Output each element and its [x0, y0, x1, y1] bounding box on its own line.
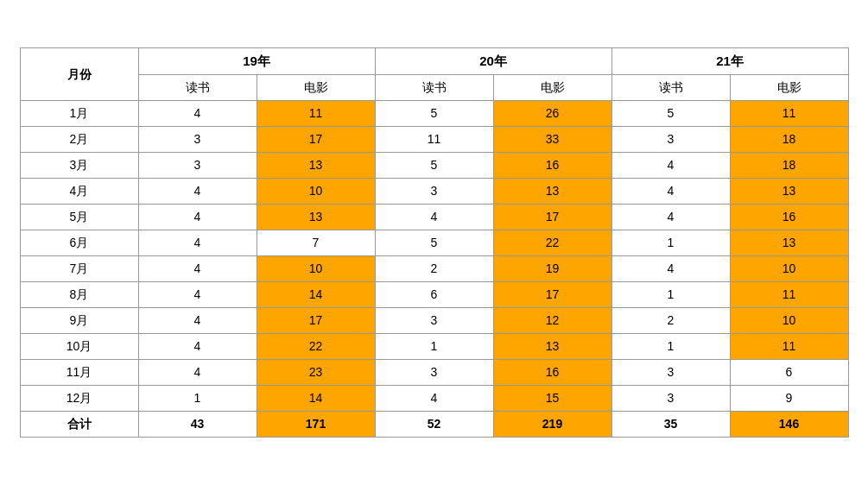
- y19-book-cell: 4: [138, 360, 257, 386]
- y19-book-cell: 4: [138, 101, 257, 127]
- y20-book-cell: 3: [375, 360, 493, 386]
- y20-book-cell: 11: [375, 127, 493, 153]
- y21-movie-header: 电影: [730, 75, 848, 101]
- y21-book-cell: 4: [611, 179, 730, 205]
- total-y19-book: 43: [138, 412, 257, 438]
- y19-movie-cell: 13: [257, 205, 375, 230]
- table-row: 6月47522113: [20, 230, 848, 256]
- y19-movie-cell: 17: [257, 127, 375, 153]
- col-header-row: 读书 电影 读书 电影 读书 电影: [20, 75, 848, 101]
- y21-book-cell: 5: [611, 101, 730, 127]
- y19-movie-cell: 14: [257, 282, 375, 308]
- y19-book-cell: 1: [138, 386, 257, 412]
- y19-movie-cell: 23: [257, 360, 375, 386]
- y20-movie-cell: 22: [493, 230, 611, 256]
- y19-book-cell: 4: [138, 179, 257, 205]
- month-cell: 12月: [20, 386, 138, 412]
- y19-movie-header: 电影: [257, 75, 375, 101]
- y19-book-cell: 3: [138, 153, 257, 179]
- table-wrapper: 月份 19年 20年 21年 读书 电影 读书 电影 读书 电影 1月41152…: [11, 39, 858, 447]
- y21-book-cell: 1: [611, 334, 730, 360]
- y20-book-cell: 3: [375, 308, 493, 334]
- y20-book-cell: 1: [375, 334, 493, 360]
- y20-movie-cell: 16: [493, 360, 611, 386]
- month-cell: 7月: [20, 256, 138, 282]
- total-y21-book: 35: [611, 412, 730, 438]
- table-row: 11月42331636: [20, 360, 848, 386]
- y21-book-cell: 3: [611, 360, 730, 386]
- y20-book-header: 读书: [375, 75, 493, 101]
- y19-book-cell: 3: [138, 127, 257, 153]
- y21-movie-cell: 13: [730, 179, 848, 205]
- y19-movie-cell: 22: [257, 334, 375, 360]
- y20-book-cell: 5: [375, 230, 493, 256]
- y21-movie-cell: 16: [730, 205, 848, 230]
- y19-book-cell: 4: [138, 256, 257, 282]
- y19-movie-cell: 7: [257, 230, 375, 256]
- y20-book-cell: 4: [375, 205, 493, 230]
- data-table: 月份 19年 20年 21年 读书 电影 读书 电影 读书 电影 1月41152…: [20, 47, 849, 438]
- y21-book-header: 读书: [611, 75, 730, 101]
- y20-book-cell: 2: [375, 256, 493, 282]
- month-label: 月份: [67, 67, 92, 81]
- table-row: 3月313516418: [20, 153, 848, 179]
- y21-book-cell: 3: [611, 127, 730, 153]
- total-y20-movie: 219: [493, 412, 611, 438]
- y19-book-cell: 4: [138, 282, 257, 308]
- y20-movie-cell: 19: [493, 256, 611, 282]
- y21-movie-cell: 10: [730, 256, 848, 282]
- y20-book-cell: 4: [375, 386, 493, 412]
- month-cell: 2月: [20, 127, 138, 153]
- y19-book-header: 读书: [138, 75, 257, 101]
- y21-movie-cell: 11: [730, 101, 848, 127]
- y20-movie-cell: 17: [493, 205, 611, 230]
- y21-book-cell: 1: [611, 282, 730, 308]
- year-19-header: 19年: [138, 47, 375, 75]
- y19-book-cell: 4: [138, 205, 257, 230]
- y20-book-cell: 5: [375, 101, 493, 127]
- y21-movie-cell: 11: [730, 334, 848, 360]
- table-row: 1月411526511: [20, 101, 848, 127]
- y20-book-cell: 5: [375, 153, 493, 179]
- y21-movie-cell: 13: [730, 230, 848, 256]
- y20-movie-cell: 17: [493, 282, 611, 308]
- y20-movie-cell: 13: [493, 179, 611, 205]
- total-row: 合计 43 171 52 219 35 146: [20, 412, 848, 438]
- year-header-row: 月份 19年 20年 21年: [20, 47, 848, 75]
- y19-book-cell: 4: [138, 334, 257, 360]
- y21-book-cell: 4: [611, 205, 730, 230]
- month-cell: 9月: [20, 308, 138, 334]
- month-cell: 10月: [20, 334, 138, 360]
- y19-movie-cell: 11: [257, 101, 375, 127]
- month-cell: 1月: [20, 101, 138, 127]
- table-row: 7月410219410: [20, 256, 848, 282]
- y19-book-cell: 4: [138, 230, 257, 256]
- y20-movie-cell: 15: [493, 386, 611, 412]
- table-row: 9月417312210: [20, 308, 848, 334]
- y20-book-cell: 3: [375, 179, 493, 205]
- total-label: 合计: [20, 412, 138, 438]
- table-row: 4月410313413: [20, 179, 848, 205]
- table-row: 5月413417416: [20, 205, 848, 230]
- total-y21-movie: 146: [730, 412, 848, 438]
- y20-movie-cell: 13: [493, 334, 611, 360]
- y21-movie-cell: 18: [730, 153, 848, 179]
- y19-book-cell: 4: [138, 308, 257, 334]
- y20-book-cell: 6: [375, 282, 493, 308]
- y21-book-cell: 4: [611, 256, 730, 282]
- total-y20-book: 52: [375, 412, 493, 438]
- y21-movie-cell: 9: [730, 386, 848, 412]
- y20-movie-cell: 33: [493, 127, 611, 153]
- y21-movie-cell: 6: [730, 360, 848, 386]
- y20-movie-cell: 12: [493, 308, 611, 334]
- y19-movie-cell: 10: [257, 256, 375, 282]
- y21-movie-cell: 11: [730, 282, 848, 308]
- corner-cell: 月份: [20, 47, 138, 101]
- month-cell: 8月: [20, 282, 138, 308]
- y21-book-cell: 4: [611, 153, 730, 179]
- table-row: 10月422113111: [20, 334, 848, 360]
- y21-book-cell: 3: [611, 386, 730, 412]
- y21-movie-cell: 10: [730, 308, 848, 334]
- month-cell: 4月: [20, 179, 138, 205]
- year-20-header: 20年: [375, 47, 611, 75]
